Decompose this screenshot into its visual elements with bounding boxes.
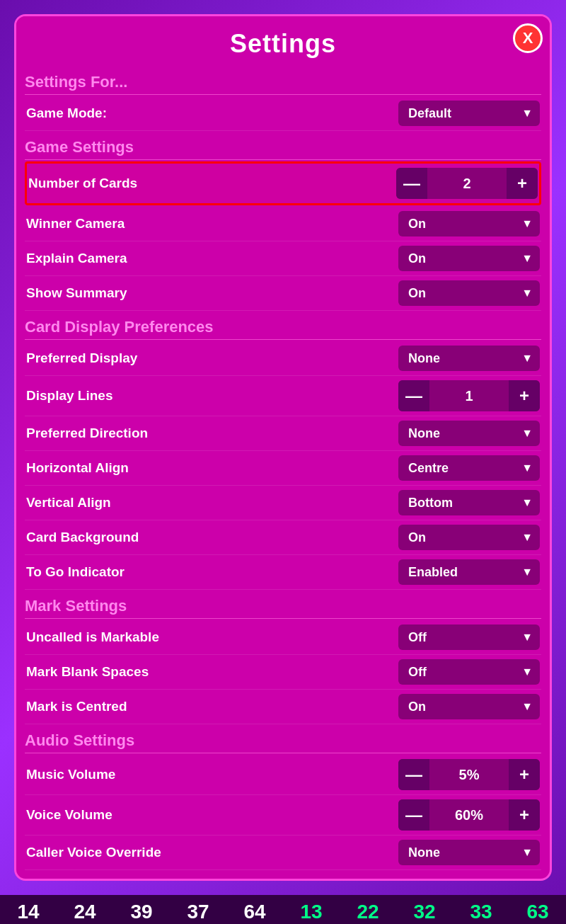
row-number-of-cards: Number of Cards — 2 + [25, 161, 541, 205]
horizontal-align-select[interactable]: Centre Left Right [398, 455, 540, 481]
control-preferred-display: None Image Text [314, 346, 540, 371]
settings-modal: Settings X Settings For... Game Mode: De… [14, 14, 552, 881]
control-preferred-direction: None Horizontal Vertical [314, 421, 540, 446]
mark-blank-spaces-select[interactable]: Off On [398, 659, 540, 685]
decrement-number-of-cards[interactable]: — [396, 168, 427, 199]
value-number-of-cards: 2 [427, 176, 507, 192]
control-explain-camera: On Off [314, 246, 540, 271]
label-to-go-indicator: To Go Indicator [26, 564, 125, 580]
row-music-volume: Music Volume — 5% + [25, 755, 541, 795]
label-show-summary: Show Summary [26, 285, 127, 301]
row-explain-camera: Explain Camera On Off [25, 241, 541, 276]
winner-camera-select[interactable]: On Off [398, 211, 540, 236]
control-winner-camera: On Off [314, 211, 540, 236]
control-card-background: On Off [314, 525, 540, 550]
label-winner-camera: Winner Camera [26, 216, 125, 232]
control-number-of-cards: — 2 + [313, 168, 538, 199]
show-summary-select[interactable]: On Off [398, 280, 540, 306]
label-horizontal-align: Horizontal Align [26, 460, 129, 476]
bottom-num-9: 33 [466, 901, 497, 923]
value-music-volume: 5% [429, 767, 509, 783]
control-caller-voice-override: None Male Female [314, 840, 540, 865]
control-mark-is-centred: On Off [314, 694, 540, 719]
dropdown-wrapper-horizontal-align: Centre Left Right [398, 455, 540, 481]
row-preferred-direction: Preferred Direction None Horizontal Vert… [25, 416, 541, 451]
uncalled-markable-select[interactable]: Off On [398, 624, 540, 650]
card-background-select[interactable]: On Off [398, 525, 540, 550]
row-to-go-indicator: To Go Indicator Enabled Disabled [25, 555, 541, 590]
bottom-number-bar: 14 24 39 37 64 13 22 32 33 63 [0, 895, 566, 924]
modal-header: Settings X [16, 16, 550, 66]
explain-camera-select[interactable]: On Off [398, 246, 540, 271]
mark-is-centred-select[interactable]: On Off [398, 694, 540, 719]
control-display-lines: — 1 + [314, 380, 540, 411]
control-vertical-align: Bottom Top Middle [314, 490, 540, 515]
dropdown-wrapper-vertical-align: Bottom Top Middle [398, 490, 540, 515]
decrement-display-lines[interactable]: — [398, 380, 429, 411]
increment-number-of-cards[interactable]: + [507, 168, 538, 199]
preferred-direction-select[interactable]: None Horizontal Vertical [398, 421, 540, 446]
row-show-summary: Show Summary On Off [25, 276, 541, 311]
modal-title: Settings [23, 29, 543, 59]
label-music-volume: Music Volume [26, 767, 115, 782]
close-button[interactable]: X [513, 23, 543, 53]
label-number-of-cards: Number of Cards [28, 176, 137, 191]
dropdown-wrapper-caller-voice-override: None Male Female [398, 840, 540, 865]
increment-music-volume[interactable]: + [509, 759, 540, 790]
decrement-music-volume[interactable]: — [398, 759, 429, 790]
row-voice-volume: Voice Volume — 60% + [25, 795, 541, 835]
preferred-display-select[interactable]: None Image Text [398, 346, 540, 371]
section-header-card-display: Card Display Preferences [25, 311, 541, 340]
stepper-music-volume: — 5% + [398, 759, 540, 790]
stepper-voice-volume: — 60% + [398, 799, 540, 831]
control-horizontal-align: Centre Left Right [314, 455, 540, 481]
to-go-indicator-select[interactable]: Enabled Disabled [398, 559, 540, 585]
control-to-go-indicator: Enabled Disabled [314, 559, 540, 585]
modal-body: Settings For... Game Mode: Default Speed… [16, 66, 550, 879]
control-game-mode: Default Speed Custom [314, 101, 540, 126]
control-voice-volume: — 60% + [314, 799, 540, 831]
row-display-lines: Display Lines — 1 + [25, 376, 541, 416]
value-display-lines: 1 [429, 388, 509, 404]
row-horizontal-align: Horizontal Align Centre Left Right [25, 451, 541, 486]
dropdown-wrapper-mark-is-centred: On Off [398, 694, 540, 719]
row-preferred-display: Preferred Display None Image Text [25, 341, 541, 376]
increment-display-lines[interactable]: + [509, 380, 540, 411]
section-header-settings-for: Settings For... [25, 66, 541, 95]
label-display-lines: Display Lines [26, 388, 113, 404]
increment-voice-volume[interactable]: + [509, 799, 540, 831]
dropdown-wrapper-mark-blank-spaces: Off On [398, 659, 540, 685]
stepper-number-of-cards: — 2 + [396, 168, 538, 199]
decrement-voice-volume[interactable]: — [398, 799, 429, 831]
control-music-volume: — 5% + [314, 759, 540, 790]
control-uncalled-markable: Off On [314, 624, 540, 650]
bottom-num-7: 22 [352, 901, 383, 923]
game-mode-select[interactable]: Default Speed Custom [398, 101, 540, 126]
label-preferred-direction: Preferred Direction [26, 426, 148, 441]
label-preferred-display: Preferred Display [26, 350, 137, 366]
dropdown-wrapper-uncalled-markable: Off On [398, 624, 540, 650]
label-uncalled-markable: Uncalled is Markable [26, 629, 159, 645]
dropdown-wrapper-preferred-direction: None Horizontal Vertical [398, 421, 540, 446]
label-mark-is-centred: Mark is Centred [26, 699, 127, 714]
label-game-mode: Game Mode: [26, 105, 107, 121]
stepper-display-lines: — 1 + [398, 380, 540, 411]
row-mark-blank-spaces: Mark Blank Spaces Off On [25, 655, 541, 690]
caller-voice-override-select[interactable]: None Male Female [398, 840, 540, 865]
row-uncalled-markable: Uncalled is Markable Off On [25, 620, 541, 655]
dropdown-wrapper-explain-camera: On Off [398, 246, 540, 271]
label-vertical-align: Vertical Align [26, 495, 111, 511]
section-header-mark-settings: Mark Settings [25, 590, 541, 619]
row-card-background: Card Background On Off [25, 520, 541, 555]
label-caller-voice-override: Caller Voice Override [26, 845, 161, 860]
label-voice-volume: Voice Volume [26, 807, 112, 823]
control-mark-blank-spaces: Off On [314, 659, 540, 685]
row-winner-camera: Winner Camera On Off [25, 207, 541, 241]
vertical-align-select[interactable]: Bottom Top Middle [398, 490, 540, 515]
row-game-mode: Game Mode: Default Speed Custom [25, 96, 541, 131]
bottom-num-1: 14 [13, 901, 44, 923]
dropdown-wrapper-preferred-display: None Image Text [398, 346, 540, 371]
dropdown-wrapper-game-mode: Default Speed Custom [398, 101, 540, 126]
row-mark-is-centred: Mark is Centred On Off [25, 690, 541, 724]
control-show-summary: On Off [314, 280, 540, 306]
